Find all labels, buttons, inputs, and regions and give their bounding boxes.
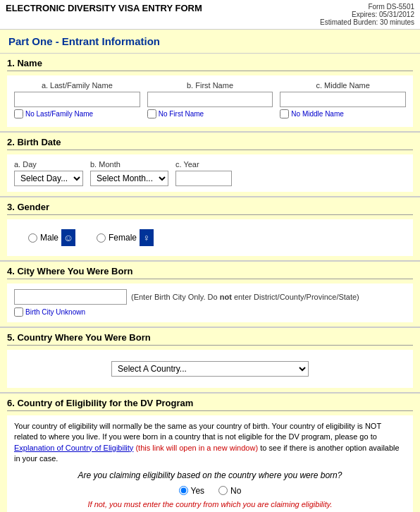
birth-date-row: a. Day Select Day... b. Month Select Mon… bbox=[14, 160, 406, 186]
no-option: No bbox=[218, 486, 241, 496]
middle-name-input[interactable] bbox=[280, 92, 406, 107]
city-note: (Enter Birth City Only. Do not enter Dis… bbox=[131, 293, 359, 301]
section-gender-header: 3. Gender bbox=[7, 202, 413, 215]
section-birth-content: a. Day Select Day... b. Month Select Mon… bbox=[7, 154, 413, 192]
no-middle-label[interactable]: No Middle Name bbox=[280, 109, 406, 118]
section-name: 1. Name a. Last/Family Name No Last/Fami… bbox=[0, 54, 420, 133]
no-label: No bbox=[230, 486, 241, 496]
last-name-group: a. Last/Family Name No Last/Family Name bbox=[14, 81, 140, 118]
header: ELECTRONIC DIVERSITY VISA ENTRY FORM For… bbox=[0, 0, 420, 30]
yes-option: Yes bbox=[179, 486, 205, 496]
section-name-content: a. Last/Family Name No Last/Family Name … bbox=[7, 75, 413, 127]
dv-question: Are you claiming eligibility based on th… bbox=[14, 470, 406, 480]
no-last-checkbox[interactable] bbox=[14, 109, 23, 118]
male-label: Male bbox=[40, 233, 58, 243]
section-country-born-content: Select A Country... bbox=[7, 350, 413, 388]
section-dv-header: 6. Country of Eligibility for the DV Pro… bbox=[7, 398, 413, 411]
yes-label: Yes bbox=[191, 486, 205, 496]
male-radio[interactable] bbox=[28, 233, 37, 243]
first-name-group: b. First Name No First Name bbox=[147, 81, 273, 118]
dv-link[interactable]: Explanation of Country of Eligibility bbox=[14, 444, 133, 452]
female-option: Female ♀ bbox=[97, 229, 154, 246]
country-born-select[interactable]: Select A Country... bbox=[111, 361, 309, 377]
city-unknown-label[interactable]: Birth City Unknown bbox=[14, 307, 406, 317]
dv-ifnot: If not, you must enter the country from … bbox=[14, 500, 406, 508]
middle-name-label: c. Middle Name bbox=[280, 81, 406, 90]
year-input[interactable] bbox=[175, 171, 232, 186]
month-field: b. Month Select Month... bbox=[90, 160, 168, 186]
section-gender: 3. Gender Male ☺ Female ♀ bbox=[0, 197, 420, 262]
form-burden: Estimated Burden: 30 minutes bbox=[320, 18, 414, 26]
section-name-header: 1. Name bbox=[7, 58, 413, 71]
section-gender-content: Male ☺ Female ♀ bbox=[7, 219, 413, 256]
dv-desc-1: Your country of eligibility will normall… bbox=[14, 422, 381, 441]
country-born-select-row: Select A Country... bbox=[14, 355, 406, 382]
section-birth-date: 2. Birth Date a. Day Select Day... b. Mo… bbox=[0, 133, 420, 197]
dv-description: Your country of eligibility will normall… bbox=[14, 421, 406, 465]
male-icon: ☺ bbox=[61, 229, 75, 246]
city-input-row: (Enter Birth City Only. Do not enter Dis… bbox=[14, 289, 406, 305]
section-birth-header: 2. Birth Date bbox=[7, 137, 413, 150]
form-expires: Expires: 05/31/2012 bbox=[320, 11, 414, 18]
day-select[interactable]: Select Day... bbox=[14, 171, 83, 186]
no-first-label[interactable]: No First Name bbox=[147, 109, 273, 118]
month-label: b. Month bbox=[90, 160, 121, 169]
name-fields-row: a. Last/Family Name No Last/Family Name … bbox=[14, 81, 406, 118]
section-country-born-header: 5. Country Where You Were Born bbox=[7, 332, 413, 346]
day-field: a. Day Select Day... bbox=[14, 160, 83, 186]
section-country-born: 5. Country Where You Were Born Select A … bbox=[0, 328, 420, 394]
part-one-title: Part One - Entrant Information bbox=[0, 30, 420, 54]
gender-row: Male ☺ Female ♀ bbox=[14, 225, 406, 250]
dv-link-note: (this link will open in a new window) bbox=[135, 444, 258, 452]
female-radio[interactable] bbox=[97, 233, 106, 243]
section-city-header: 4. City Where You Were Born bbox=[7, 266, 413, 279]
no-last-label[interactable]: No Last/Family Name bbox=[14, 109, 140, 118]
last-name-label: a. Last/Family Name bbox=[14, 81, 140, 90]
section-city-content: (Enter Birth City Only. Do not enter Dis… bbox=[7, 284, 413, 322]
year-field: c. Year bbox=[175, 160, 232, 186]
last-name-input[interactable] bbox=[14, 92, 140, 107]
no-radio[interactable] bbox=[218, 486, 228, 495]
section-dv-content: Your country of eligibility will normall… bbox=[7, 415, 413, 512]
male-option: Male ☺ bbox=[28, 229, 75, 246]
first-name-input[interactable] bbox=[147, 92, 273, 107]
female-label: Female bbox=[109, 233, 137, 243]
no-first-checkbox[interactable] bbox=[147, 109, 156, 118]
dv-radio-row: Yes No bbox=[14, 486, 406, 496]
yes-radio[interactable] bbox=[179, 486, 188, 495]
city-unknown-text: Birth City Unknown bbox=[25, 308, 85, 316]
section-city: 4. City Where You Were Born (Enter Birth… bbox=[0, 262, 420, 328]
first-name-label: b. First Name bbox=[147, 81, 273, 90]
day-label: a. Day bbox=[14, 160, 37, 169]
year-label: c. Year bbox=[175, 160, 199, 169]
female-icon: ♀ bbox=[140, 229, 154, 246]
form-number: Form DS-5501 bbox=[320, 3, 414, 11]
city-unknown-checkbox[interactable] bbox=[14, 307, 23, 317]
middle-name-group: c. Middle Name No Middle Name bbox=[280, 81, 406, 118]
no-middle-checkbox[interactable] bbox=[280, 109, 289, 118]
month-select[interactable]: Select Month... bbox=[90, 171, 168, 186]
form-title: ELECTRONIC DIVERSITY VISA ENTRY FORM bbox=[6, 3, 202, 13]
form-info: Form DS-5501 Expires: 05/31/2012 Estimat… bbox=[320, 3, 414, 26]
section-dv: 6. Country of Eligibility for the DV Pro… bbox=[0, 394, 420, 512]
city-input[interactable] bbox=[14, 289, 127, 305]
